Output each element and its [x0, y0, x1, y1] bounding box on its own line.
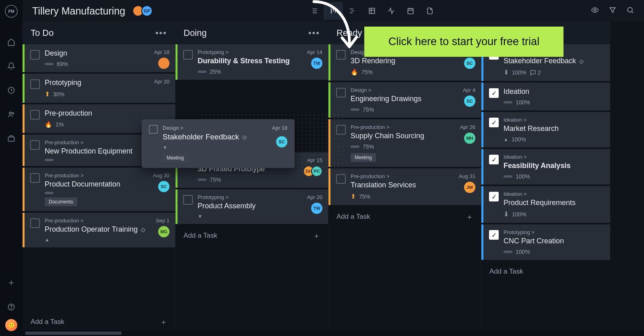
checkbox-icon[interactable] — [30, 50, 40, 60]
column-title: To Do — [31, 28, 54, 38]
checkbox-icon[interactable] — [30, 79, 40, 89]
pm-logo[interactable]: PM — [5, 5, 18, 18]
assignee-avatar[interactable]: SC — [158, 181, 169, 192]
assignee-avatar[interactable]: TW — [311, 203, 322, 214]
card-date: Apr 18 — [154, 49, 169, 55]
checkbox-icon[interactable] — [30, 173, 40, 183]
card-meta: ▲ — [45, 237, 169, 243]
assignee-avatar[interactable]: MG — [158, 226, 169, 237]
column-body[interactable]: Design > 3D Rendering 🔥 75% Apr 6 SC Des… — [328, 44, 481, 336]
card-tag[interactable]: Meeting — [163, 153, 188, 162]
checkbox-icon[interactable] — [183, 50, 193, 60]
checkbox-icon[interactable] — [149, 125, 158, 134]
project-members[interactable]: GP — [135, 5, 153, 17]
help-icon[interactable] — [5, 301, 18, 313]
card-title: Product Assembly — [198, 202, 322, 210]
add-task-button[interactable]: Add a Task＋ — [328, 207, 481, 227]
card-percent: 75% — [361, 69, 373, 75]
view-file-icon[interactable] — [420, 2, 440, 20]
checkbox-icon[interactable] — [30, 218, 40, 228]
svg-rect-6 — [369, 8, 374, 13]
card-title: Design — [45, 49, 169, 58]
add-task-button[interactable]: Add a Task＋ — [23, 312, 175, 332]
arrow-down-icon: ⬇ — [504, 68, 509, 76]
checkbox-icon[interactable]: ✓ — [489, 88, 499, 98]
comment-count[interactable]: 2 — [530, 69, 541, 76]
card-breadcrumb: Pre-production > — [45, 218, 169, 224]
task-card[interactable]: Prototyping > Product Assembly ▼ Apr 20 … — [175, 189, 328, 224]
assignee-avatar[interactable]: SC — [276, 136, 287, 147]
checkbox-icon[interactable]: ✓ — [489, 230, 499, 240]
column-title: Ready — [336, 28, 362, 38]
clock-icon[interactable] — [5, 84, 18, 97]
column-header: Doing ••• — [175, 22, 328, 44]
view-list-icon[interactable] — [304, 2, 324, 20]
checkbox-icon[interactable] — [183, 195, 193, 205]
checkbox-icon[interactable]: ✓ — [489, 192, 499, 201]
cta-banner[interactable]: Click here to start your free trial — [364, 27, 564, 57]
task-card[interactable]: Design > Engineering Drawings 75% Apr 4 … — [328, 82, 481, 118]
column-body[interactable]: Design 69% Apr 18 Prototyping ⬆ 30% — [23, 44, 175, 336]
dragging-card[interactable]: Design > Stakeholder Feedback ◇ ▼ Meetin… — [142, 119, 295, 168]
member-avatar-gp[interactable]: GP — [141, 5, 153, 17]
add-icon[interactable] — [5, 276, 18, 289]
view-activity-icon[interactable] — [382, 2, 401, 20]
task-card[interactable]: ✓ Ideation > Product Requirements ⬇ 100% — [481, 186, 610, 223]
home-icon[interactable] — [5, 35, 18, 48]
card-title: Prototyping — [45, 79, 169, 87]
checkbox-icon[interactable] — [336, 88, 346, 97]
card-tag[interactable]: Meeting — [351, 153, 376, 162]
view-board-icon[interactable] — [324, 2, 343, 20]
card-title: Translation Services — [351, 181, 475, 189]
view-calendar-icon[interactable] — [401, 2, 420, 20]
assignee-avatar[interactable]: JW — [464, 182, 475, 193]
bell-icon[interactable] — [5, 60, 18, 73]
scrollbar-thumb[interactable] — [25, 332, 122, 335]
card-title: Product Requirements — [504, 199, 604, 207]
people-icon[interactable] — [5, 108, 18, 121]
column-body[interactable]: ✓ Ideation > Stakeholder Feedback ◇ ⬇ 10… — [481, 44, 610, 336]
assignee-avatar[interactable] — [158, 58, 169, 69]
task-card[interactable]: Pre-production > Product Documentation D… — [23, 168, 175, 211]
assignee-avatar[interactable]: TW — [311, 58, 322, 69]
task-card[interactable]: ✓ Ideation > Feasibility Analysis 100% — [481, 149, 610, 185]
view-table-icon[interactable] — [362, 2, 382, 20]
checkbox-icon[interactable] — [336, 50, 346, 60]
task-card[interactable]: ✓ Ideation > Market Research ▲ 100% — [481, 112, 610, 147]
card-percent: 75% — [359, 193, 370, 200]
filter-icon[interactable] — [609, 6, 617, 16]
task-card[interactable]: Pre-production > Production Operator Tra… — [23, 213, 175, 247]
task-card[interactable]: Design 69% Apr 18 — [23, 44, 175, 72]
card-breadcrumb: Ideation > — [504, 154, 604, 160]
assignee-avatar[interactable]: SC — [464, 95, 475, 107]
view-gantt-icon[interactable] — [343, 2, 362, 20]
user-avatar[interactable]: 🙂 — [5, 319, 17, 331]
kanban-board: To Do ••• Design 69% Apr 18 — [23, 22, 644, 336]
task-card[interactable]: ✓ Prototyping > CNC Part Creation 100% — [481, 224, 610, 260]
column-more-icon[interactable]: ••• — [155, 28, 167, 38]
task-card[interactable]: Pre-production > Supply Chain Sourcing 7… — [328, 119, 481, 167]
project-title: Tillery Manufacturing — [32, 5, 125, 17]
sidebar: PM 🙂 — [0, 0, 23, 336]
assignee-avatar[interactable]: SC — [464, 58, 475, 69]
task-card[interactable]: Pre-production > Translation Services ⬆ … — [328, 168, 481, 205]
view-switch — [304, 2, 440, 20]
add-task-button[interactable]: Add a Task＋ — [175, 226, 328, 246]
task-card[interactable]: Prototyping > Durability & Stress Testin… — [175, 44, 328, 80]
search-icon[interactable] — [626, 6, 634, 16]
horizontal-scrollbar[interactable] — [23, 330, 644, 336]
task-card[interactable]: ✓ Ideation 100% — [481, 83, 610, 110]
checkbox-icon[interactable] — [30, 140, 40, 150]
column-body[interactable]: Prototyping > Durability & Stress Testin… — [175, 44, 328, 336]
checkbox-icon[interactable]: ✓ — [489, 155, 499, 164]
visibility-icon[interactable] — [591, 6, 599, 16]
card-tag[interactable]: Documents — [45, 197, 77, 206]
checkbox-icon[interactable] — [30, 110, 40, 120]
briefcase-icon[interactable] — [5, 132, 18, 145]
task-card[interactable]: Prototyping ⬆ 30% Apr 20 — [23, 74, 175, 103]
add-task-button[interactable]: Add a Task — [481, 261, 610, 282]
card-percent: 1% — [56, 121, 64, 128]
column-more-icon[interactable]: ••• — [308, 28, 320, 38]
assignee-avatar[interactable]: MH — [464, 133, 475, 144]
checkbox-icon[interactable]: ✓ — [489, 118, 499, 127]
